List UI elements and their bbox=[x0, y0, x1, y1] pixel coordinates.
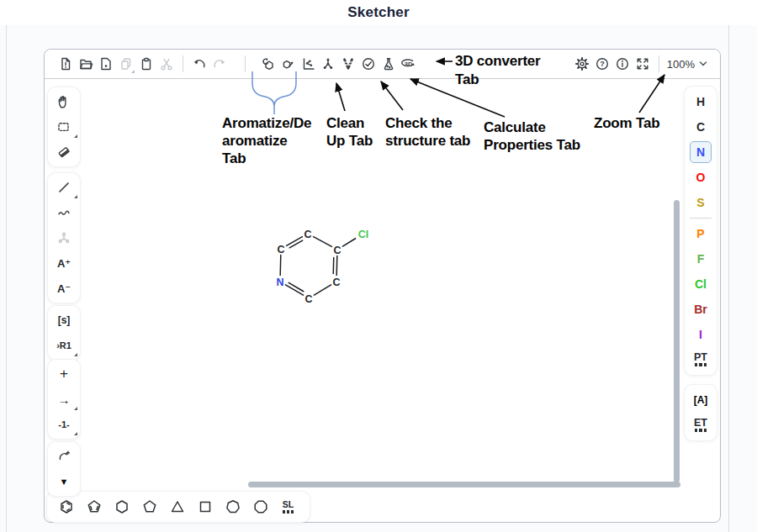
sgroup-tool-button[interactable]: [s] bbox=[49, 308, 79, 333]
left-panel-reaction-group: + → -1- bbox=[48, 360, 80, 439]
canvas-vertical-scrollbar[interactable] bbox=[674, 200, 680, 482]
element-panel-divider bbox=[690, 218, 712, 219]
cycloheptane-icon bbox=[225, 498, 241, 515]
selection-options-corner bbox=[74, 134, 77, 138]
template-cyclobutane-button[interactable] bbox=[191, 493, 219, 520]
check-structure-button[interactable] bbox=[358, 53, 378, 75]
stereochemistry-tool-button[interactable] bbox=[49, 225, 79, 250]
dearomatize-button[interactable] bbox=[278, 53, 298, 75]
element-br-button[interactable]: Br bbox=[686, 297, 716, 322]
page-left-border bbox=[6, 24, 7, 532]
selection-tool-button[interactable] bbox=[49, 114, 79, 140]
copy-button[interactable] bbox=[116, 53, 136, 75]
toolbar-divider bbox=[183, 55, 183, 72]
paste-button[interactable] bbox=[136, 53, 156, 75]
open-folder-icon bbox=[78, 56, 93, 71]
charge-minus-button[interactable]: A⁻ bbox=[49, 276, 79, 301]
clean-up-icon bbox=[320, 56, 336, 71]
reaction-arrow-button[interactable]: → bbox=[49, 387, 79, 412]
chain-tool-button[interactable] bbox=[49, 200, 79, 225]
structure-library-button[interactable]: SL bbox=[274, 493, 302, 520]
zoom-value: 100% bbox=[667, 58, 695, 71]
settings-button[interactable] bbox=[572, 53, 592, 75]
aromatize-button[interactable] bbox=[257, 53, 278, 75]
element-f-button[interactable]: F bbox=[686, 246, 716, 271]
expand-more-tools-button[interactable]: ▼ bbox=[49, 469, 79, 494]
left-panel-structure-group: A⁺ A⁻ bbox=[48, 173, 80, 303]
annotation-cleanup: Clean Up Tab bbox=[326, 114, 373, 150]
cyclooctane-icon bbox=[252, 498, 269, 515]
element-n-button[interactable]: N bbox=[686, 140, 716, 165]
zoom-dropdown[interactable]: 100% bbox=[665, 58, 709, 71]
hand-tool-button[interactable] bbox=[49, 89, 79, 114]
annotation-zoom: Zoom Tab bbox=[594, 114, 659, 132]
toolbar-divider bbox=[245, 55, 246, 72]
cut-button[interactable] bbox=[156, 53, 177, 75]
template-cyclopentadiene-button[interactable] bbox=[80, 493, 108, 520]
canvas[interactable] bbox=[45, 80, 719, 521]
element-i-button[interactable]: I bbox=[686, 322, 716, 347]
charge-minus-label: A⁻ bbox=[57, 282, 71, 295]
curved-arrow-tool-button[interactable] bbox=[49, 444, 79, 469]
title-bar: Sketcher bbox=[0, 0, 757, 25]
template-cyclopropane-button[interactable] bbox=[163, 493, 191, 520]
reaction-arrow-label: → bbox=[58, 392, 71, 407]
fullscreen-icon bbox=[635, 56, 650, 71]
hand-icon bbox=[56, 94, 71, 109]
cut-scissors-icon bbox=[159, 56, 174, 71]
canvas-horizontal-scrollbar[interactable] bbox=[248, 482, 680, 487]
reaction-mapping-label: -1- bbox=[58, 419, 69, 429]
toolbar-divider bbox=[659, 55, 659, 72]
3d-viewer-button[interactable]: 3D bbox=[399, 53, 419, 75]
svg-text:3D: 3D bbox=[405, 61, 413, 68]
extended-table-button[interactable]: ET bbox=[686, 413, 716, 438]
clear-canvas-button[interactable] bbox=[56, 53, 76, 75]
calculate-values-button[interactable] bbox=[378, 53, 399, 75]
chain-icon bbox=[56, 205, 71, 220]
annotation-check-structure: Check the structure tab bbox=[385, 114, 470, 150]
layout-button[interactable] bbox=[298, 53, 318, 75]
reaction-mapping-button[interactable]: -1- bbox=[49, 412, 79, 437]
calculate-cip-button[interactable] bbox=[338, 53, 358, 75]
element-h-button[interactable]: H bbox=[686, 89, 716, 114]
redo-icon bbox=[212, 56, 227, 71]
paste-icon bbox=[139, 56, 154, 71]
selection-rectangle-icon bbox=[56, 119, 71, 134]
template-cycloheptane-button[interactable] bbox=[219, 493, 246, 520]
save-button[interactable] bbox=[96, 53, 116, 75]
fullscreen-button[interactable] bbox=[633, 53, 653, 75]
left-panel-select-group bbox=[48, 87, 80, 166]
element-panel: H C N O S P F Cl Br I PT bbox=[685, 87, 717, 375]
clean-up-button[interactable] bbox=[318, 53, 338, 75]
template-cyclooctane-button[interactable] bbox=[246, 493, 274, 520]
redo-button[interactable] bbox=[209, 53, 230, 75]
element-o-button[interactable]: O bbox=[686, 165, 716, 190]
reaction-plus-label: + bbox=[60, 366, 68, 382]
single-bond-icon bbox=[56, 180, 71, 195]
erase-tool-button[interactable] bbox=[49, 140, 79, 165]
new-document-icon bbox=[58, 56, 73, 71]
periodic-table-button[interactable]: PT bbox=[686, 347, 716, 372]
template-cyclopentane-button[interactable] bbox=[135, 493, 163, 520]
gear-icon bbox=[574, 56, 590, 71]
single-bond-tool-button[interactable] bbox=[49, 175, 79, 200]
open-button[interactable] bbox=[76, 53, 96, 75]
rgroup-tool-button[interactable]: ›R1 bbox=[49, 333, 79, 358]
dearomatize-icon bbox=[280, 56, 296, 72]
any-atom-button[interactable]: [A] bbox=[686, 387, 716, 413]
left-panel-more-group: ▼ bbox=[48, 442, 80, 496]
element-cl-button[interactable]: Cl bbox=[686, 271, 716, 297]
element-c-button[interactable]: C bbox=[686, 114, 716, 140]
reaction-plus-button[interactable]: + bbox=[49, 361, 79, 387]
undo-button[interactable] bbox=[189, 53, 209, 75]
info-icon bbox=[615, 56, 630, 71]
element-p-button[interactable]: P bbox=[686, 221, 716, 246]
mapping-options-corner bbox=[74, 432, 77, 435]
flask-icon bbox=[381, 56, 396, 71]
template-cyclohexane-button[interactable] bbox=[108, 493, 135, 520]
charge-plus-button[interactable]: A⁺ bbox=[49, 250, 79, 276]
element-s-button[interactable]: S bbox=[686, 190, 716, 215]
template-benzene-button[interactable] bbox=[52, 493, 80, 520]
about-button[interactable] bbox=[612, 53, 633, 75]
help-button[interactable]: ? bbox=[592, 53, 612, 75]
